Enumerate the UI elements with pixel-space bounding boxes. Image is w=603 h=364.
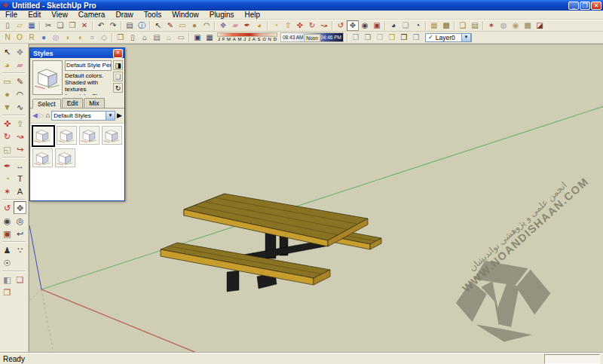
push-pull-icon[interactable]: ⇧ — [282, 20, 294, 31]
style-thumbnail[interactable] — [57, 126, 77, 145]
styles-tab-edit[interactable]: Edit — [62, 98, 84, 108]
style-collection-dropdown[interactable]: Default Styles ▼ — [51, 111, 115, 121]
menu-edit[interactable]: Edit — [23, 11, 46, 20]
rotate-icon[interactable]: ↻ — [1, 130, 14, 142]
shadow-settings-icon[interactable]: ▣ — [191, 32, 204, 43]
section-plane-icon[interactable]: ◧ — [1, 273, 14, 286]
transparency-icon[interactable]: ◎ — [50, 32, 62, 43]
walk-icon[interactable]: ∵ — [14, 243, 26, 256]
3d-text-icon[interactable]: A — [14, 185, 26, 197]
warehouse-get-models-icon[interactable]: ◕ — [387, 20, 399, 31]
style-thumbnail[interactable] — [55, 148, 75, 167]
forward-arrow-icon[interactable]: ▷ — [39, 112, 44, 120]
orbit-icon[interactable]: ↺ — [1, 201, 14, 214]
rectangle-icon[interactable]: ▭ — [1, 75, 14, 87]
protractor-icon[interactable]: ◔ — [270, 20, 282, 31]
menu-window[interactable]: Window — [167, 11, 204, 20]
tag-o-icon[interactable]: O — [14, 32, 26, 43]
menu-view[interactable]: View — [46, 11, 73, 20]
restore-button[interactable]: ❐ — [580, 2, 590, 10]
rectangle-icon[interactable]: ▭ — [176, 20, 188, 31]
secondary-pane-icon[interactable]: ◨ — [113, 60, 123, 70]
make-component-icon[interactable]: ❖ — [14, 45, 26, 58]
styles-close-icon[interactable]: ✕ — [113, 49, 123, 58]
diamond-icon[interactable]: ◇ — [98, 32, 110, 43]
freehand-icon[interactable]: ∿ — [14, 100, 26, 113]
styles-tab-select[interactable]: Select — [32, 99, 61, 109]
style-thumbnail[interactable] — [32, 125, 55, 147]
redo-icon[interactable]: ↷ — [107, 20, 119, 31]
line-icon[interactable]: ✎ — [164, 20, 176, 31]
dimension-icon[interactable]: ↔ — [14, 159, 26, 172]
sandbox-from-scratch-icon[interactable]: ◍ — [497, 20, 510, 31]
place-model-icon[interactable]: ❑ — [457, 20, 469, 31]
tag-r-icon[interactable]: R — [26, 32, 38, 43]
face-style-shaded-icon[interactable]: ❒ — [386, 32, 398, 43]
tape-measure-icon[interactable]: ✒ — [1, 159, 14, 172]
arc-icon[interactable]: ◠ — [200, 20, 213, 31]
section-cuts-icon[interactable]: ❐ — [1, 286, 14, 298]
home-icon[interactable]: ⌂ — [46, 112, 50, 120]
layer-dropdown-arrow-icon[interactable]: ▼ — [461, 33, 471, 42]
white-sphere-icon[interactable]: ○ — [86, 32, 98, 43]
follow-me-icon[interactable]: ↝ — [318, 20, 330, 31]
style-thumbnail[interactable] — [79, 126, 99, 145]
eraser-icon[interactable]: ▰ — [229, 20, 241, 31]
push-pull-icon[interactable]: ⇧ — [14, 117, 26, 130]
undo-icon[interactable]: ↶ — [95, 20, 107, 31]
shadow-date-slider[interactable]: JFMAMJJASOND — [217, 32, 277, 42]
paint-bucket-icon[interactable]: ◕ — [253, 20, 265, 31]
view-right-icon[interactable]: ▤ — [151, 32, 163, 43]
share-model-icon[interactable]: ❏ — [399, 20, 412, 31]
paint-bucket-icon[interactable]: ◕ — [1, 58, 14, 71]
sandbox-from-contours-icon[interactable]: ✶ — [485, 20, 497, 31]
style-name-field[interactable]: Default Style Perspective — [65, 60, 112, 71]
layer-dropdown[interactable]: ✓ Layer0 ▼ — [425, 33, 472, 42]
pan-icon[interactable]: ✥ — [14, 201, 26, 214]
make-component-icon[interactable]: ❖ — [217, 20, 229, 31]
circle-icon[interactable]: ● — [1, 87, 14, 100]
menu-plugins[interactable]: Plugins — [204, 11, 240, 20]
zoom-previous-icon[interactable]: ↩ — [14, 227, 26, 240]
protractor-icon[interactable]: ◔ — [1, 172, 14, 185]
coins-icon[interactable]: ◗ — [62, 32, 74, 43]
position-camera-icon[interactable]: ♟ — [1, 243, 14, 256]
zoom-window-icon[interactable]: ◎ — [14, 214, 26, 227]
delete-icon[interactable]: ✕ — [78, 20, 90, 31]
scale-icon[interactable]: ◱ — [1, 142, 14, 155]
minimize-button[interactable]: _ — [568, 2, 579, 10]
measurements-box[interactable] — [544, 354, 600, 364]
save-icon[interactable]: ▦ — [26, 20, 38, 31]
view-back-icon[interactable]: ⌂ — [163, 32, 175, 43]
picnic-table-model[interactable] — [161, 194, 381, 292]
drawing-canvas[interactable]: انجمن علمی و پژوهشی نواندیشان WWW.NOANDI… — [29, 44, 603, 353]
style-thumbnail[interactable] — [32, 148, 53, 167]
print-icon[interactable]: ▤ — [124, 20, 136, 31]
axes-icon[interactable]: ✶ — [1, 185, 14, 197]
styles-dialog-titlebar[interactable]: Styles ✕ — [30, 48, 124, 58]
orbit-icon[interactable]: ↺ — [335, 20, 347, 31]
select-tool-icon[interactable]: ↖ — [1, 45, 14, 58]
drape-icon[interactable]: ◪ — [534, 20, 546, 31]
shadow-toggle-icon[interactable]: ▦ — [204, 32, 216, 43]
face-style-monochrome-icon[interactable]: ❒ — [410, 32, 422, 43]
warehouse-share-icon[interactable]: ◔ — [412, 20, 424, 31]
circle-icon[interactable]: ● — [188, 20, 200, 31]
face-style-shaded-textures-icon[interactable]: ❒ — [398, 32, 410, 43]
cut-icon[interactable]: ✂ — [42, 20, 54, 31]
follow-me-icon[interactable]: ↝ — [14, 130, 26, 142]
stamp-icon[interactable]: ▩ — [522, 20, 534, 31]
face-style-wireframe-icon[interactable]: ❒ — [362, 32, 374, 43]
view-top-icon[interactable]: ⌂ — [139, 32, 151, 43]
photo-textures-icon[interactable]: ▤ — [469, 20, 481, 31]
view-iso-icon[interactable]: ❒ — [115, 32, 127, 43]
details-arrow-icon[interactable]: ▶ — [117, 112, 122, 120]
line-icon[interactable]: ✎ — [14, 75, 26, 87]
zoom-icon[interactable]: ◉ — [1, 214, 14, 227]
paste-icon[interactable]: ❐ — [66, 20, 78, 31]
menu-draw[interactable]: Draw — [110, 11, 138, 20]
style-thumbnail[interactable] — [102, 126, 122, 145]
back-arrow-icon[interactable]: ◀ — [32, 112, 38, 120]
zoom-extents-icon[interactable]: ▣ — [1, 227, 14, 240]
move-icon[interactable]: ✜ — [1, 117, 14, 130]
